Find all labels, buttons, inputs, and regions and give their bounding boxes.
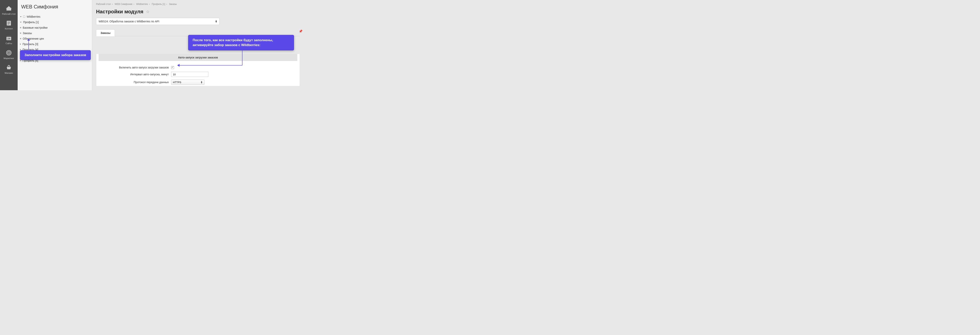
tree-item-label: Заказы [23, 32, 32, 35]
bullet-icon [20, 27, 21, 28]
breadcrumb-item[interactable]: Профиль [1] [152, 3, 165, 5]
tree-panel: WEB Симфония Wildberries Профиль [1] Баз… [18, 0, 92, 90]
svg-rect-1 [8, 22, 10, 22]
chevron-right-icon [20, 43, 21, 45]
tree-item-label: Базовые настройки [23, 26, 48, 29]
chevron-down-icon [20, 16, 22, 17]
form-area: Авто-запуск загрузки заказов Включить ав… [96, 54, 300, 86]
rail-marketing-label: Маркетинг [3, 57, 14, 60]
tab-label: Заказы [100, 31, 110, 35]
rail-sites-label: Сайты [5, 42, 12, 45]
rail-shop[interactable]: Магазин [0, 62, 18, 77]
callout-arrowhead-icon [177, 64, 180, 67]
callout-arrow-icon [29, 40, 29, 50]
tree-root[interactable]: Wildberries [20, 14, 89, 19]
updown-icon: ▲▼ [215, 20, 217, 23]
folder-icon [23, 16, 25, 18]
protocol-value: HTTPS [173, 81, 181, 84]
callout-fill-settings: Заполните настройки забора заказов [20, 50, 91, 60]
tree-title: WEB Симфония [20, 4, 89, 10]
page-heading: Настройки модуля [96, 9, 300, 15]
rail-sites[interactable]: 24 Сайты [0, 32, 18, 47]
callout-text-line1: После того, как все настройки будут запо… [192, 38, 273, 42]
tree-root-label: Wildberries [27, 15, 40, 18]
tree-item-label: Обновление цен [23, 37, 44, 40]
breadcrumb-item[interactable]: Рабочий стол [96, 3, 111, 5]
svg-rect-3 [8, 24, 9, 24]
callout-connector [242, 49, 242, 65]
rail-content-label: Контент [5, 27, 13, 30]
autorun-checkbox[interactable] [171, 66, 174, 69]
pin-icon[interactable]: 📌 [299, 29, 302, 33]
callout-text-line2: активируйте забор заказов с Wildberries: [192, 43, 261, 47]
tree-price-update[interactable]: Обновление цен [20, 36, 89, 41]
updown-icon: ▲▼ [200, 81, 203, 83]
chevron-right-icon [20, 60, 21, 61]
rail-shop-label: Магазин [5, 72, 13, 74]
target-icon [6, 49, 12, 56]
page-title: Настройки модуля [96, 9, 143, 15]
svg-text:24: 24 [8, 37, 10, 40]
svg-rect-5 [6, 36, 11, 37]
breadcrumb-item[interactable]: Wildberries [136, 3, 148, 5]
tree-item-label: Профиль [1] [23, 21, 39, 24]
callout-connector [180, 65, 242, 65]
module-select[interactable]: WBS24: Обработка заказов с Wildberries п… [96, 18, 220, 25]
rail-desktop[interactable]: Рабочий стол [0, 3, 18, 18]
tree-orders[interactable]: Заказы [20, 30, 89, 36]
rail-desktop-label: Рабочий стол [2, 13, 16, 15]
bullet-icon [20, 38, 21, 39]
row-interval: Интервал авто-запуска, минут [96, 70, 300, 78]
breadcrumb: Рабочий стол› WEB Симфония› Wildberries›… [96, 2, 300, 9]
rail-marketing[interactable]: Маркетинг [0, 47, 18, 62]
tree-basic-settings[interactable]: Базовые настройки [20, 25, 89, 30]
row-protocol: Протокол передачи данных HTTPS ▲▼ [96, 78, 300, 86]
interval-label: Интервал авто-запуска, минут [99, 73, 171, 76]
tree-profile-1[interactable]: Профиль [1] [20, 19, 89, 25]
home-icon [6, 5, 12, 11]
tree-profile-3[interactable]: Профиль [3] [20, 41, 89, 47]
basket-icon [6, 64, 12, 70]
breadcrumb-item[interactable]: Заказы [169, 3, 177, 5]
tab-orders[interactable]: Заказы [96, 29, 115, 36]
svg-rect-2 [8, 23, 10, 23]
breadcrumb-item[interactable]: WEB Симфония [115, 3, 132, 5]
autorun-label: Включить авто-запуск загрузки заказов [99, 66, 171, 69]
callout-activate: После того, как все настройки будут запо… [188, 35, 294, 50]
module-select-value: WBS24: Обработка заказов с Wildberries п… [99, 20, 159, 23]
tree-item-label: Профиль [3] [22, 43, 38, 46]
favorite-star-icon[interactable] [146, 10, 150, 14]
protocol-label: Протокол передачи данных [99, 81, 171, 84]
callout-text: Заполните настройки забора заказов [24, 53, 86, 57]
bullet-icon [20, 33, 21, 34]
cal-icon: 24 [6, 35, 12, 41]
section-header: Авто-запуск загрузки заказов [99, 54, 298, 61]
left-rail: Рабочий стол Контент 24 Сайты Маркетинг … [0, 0, 18, 90]
rail-content[interactable]: Контент [0, 18, 18, 32]
doc-icon [6, 20, 12, 26]
interval-input[interactable] [171, 72, 208, 77]
svg-point-9 [8, 53, 9, 53]
chevron-down-icon [20, 22, 22, 23]
protocol-select[interactable]: HTTPS ▲▼ [171, 80, 204, 85]
